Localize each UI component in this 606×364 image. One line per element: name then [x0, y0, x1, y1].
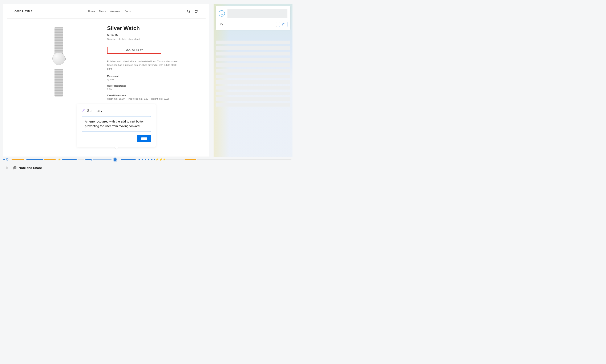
add-to-cart-button[interactable]: ADD TO CART [107, 47, 161, 54]
nav-womens[interactable]: Women's [110, 10, 120, 13]
skeleton-row [216, 46, 290, 50]
skeleton-row [216, 92, 290, 95]
timeline-tick[interactable] [92, 159, 92, 161]
dim-thickness: Thickness mm: 5.80 [127, 98, 148, 100]
movement-value: Quartz [107, 78, 198, 81]
sliders-icon [282, 23, 285, 26]
summary-text[interactable]: An error occurred with the add to cart b… [82, 116, 151, 132]
shipping-text: calculated at checkout. [116, 38, 140, 40]
popover-title: Summary [87, 109, 102, 113]
play-button[interactable] [6, 167, 9, 169]
dim-width: Width mm: 38.00 [107, 98, 124, 100]
svg-line-8 [222, 25, 223, 25]
svg-line-1 [189, 12, 190, 13]
skeleton-title [227, 9, 288, 18]
note-icon [13, 166, 17, 169]
svg-point-2 [84, 109, 84, 110]
shipping-line: Shipping calculated at checkout. [107, 38, 198, 40]
skeleton-row [216, 58, 290, 61]
summary-popover: Summary An error occurred with the add t… [77, 104, 156, 147]
product-title: Silver Watch [107, 25, 198, 32]
svg-point-12 [282, 25, 283, 25]
skeleton-row [216, 40, 290, 44]
skeleton-row [216, 86, 290, 90]
brand-logo[interactable]: OODA TIME [14, 10, 33, 13]
page-marker-icon[interactable] [6, 158, 9, 161]
skeleton-row [216, 63, 290, 67]
bottom-toolbar: Note and Share [6, 166, 42, 169]
skeleton-row [216, 69, 290, 73]
skeleton-row [216, 75, 290, 78]
svg-point-0 [187, 10, 190, 13]
filter-search-input[interactable] [219, 22, 277, 27]
timeline-playhead[interactable] [114, 158, 117, 161]
event-bolt-icon[interactable]: ⚡ [159, 158, 163, 161]
smiley-icon [219, 10, 225, 17]
skeleton-row [216, 52, 290, 55]
movement-label: Movement [107, 75, 198, 77]
product-image [14, 25, 103, 100]
store-header: OODA TIME Home Men's Women's Decor [7, 4, 206, 19]
product-area: Silver Watch $314.15 Shipping calculated… [7, 19, 206, 100]
product-description: Polished and poised with an understated … [107, 60, 179, 71]
dims-label: Case Dimensions [107, 94, 198, 97]
wr-value: 3 Bar [107, 88, 198, 90]
search-icon[interactable] [187, 10, 191, 13]
product-details: Silver Watch $314.15 Shipping calculated… [103, 25, 198, 100]
main-nav: Home Men's Women's Decor [88, 10, 131, 13]
event-bolt-icon[interactable]: ⚡ [58, 158, 61, 161]
shipping-link[interactable]: Shipping [107, 38, 116, 40]
sidebar-panel [214, 4, 292, 157]
timeline-gap [138, 159, 155, 160]
list-search-icon [220, 23, 223, 26]
event-bolt-icon[interactable]: ⚡ [156, 158, 159, 161]
product-price: $314.15 [107, 33, 198, 37]
dim-height: Height mm: 50.60 [151, 98, 170, 100]
cart-icon[interactable] [194, 10, 198, 13]
note-and-share-button[interactable]: Note and Share [13, 166, 42, 169]
svg-point-10 [283, 24, 284, 24]
nav-decor[interactable]: Decor [124, 10, 131, 13]
skeleton-row [216, 80, 290, 84]
event-bolt-icon[interactable]: ⚡ [163, 158, 166, 161]
nav-mens[interactable]: Men's [99, 10, 106, 13]
sidebar-card [216, 6, 290, 30]
sparkle-icon [82, 109, 85, 112]
timeline-tick[interactable] [120, 159, 120, 161]
watch-illustration [52, 27, 65, 96]
wr-label: Water Resistance [107, 84, 198, 87]
header-icons [187, 10, 198, 13]
nav-home[interactable]: Home [88, 10, 95, 13]
skeleton-row [216, 97, 290, 101]
svg-point-3 [82, 111, 83, 112]
popover-header: Summary [82, 109, 151, 113]
dims-row: Width mm: 38.00 Thickness mm: 5.80 Heigh… [107, 98, 198, 100]
note-share-label: Note and Share [19, 166, 42, 169]
summary-action-button[interactable] [137, 135, 151, 142]
skeleton-row [216, 103, 290, 106]
session-timeline[interactable]: ⚡ ⚡ ⚡ ⚡ [3, 158, 292, 161]
filter-sliders-button[interactable] [279, 22, 288, 27]
